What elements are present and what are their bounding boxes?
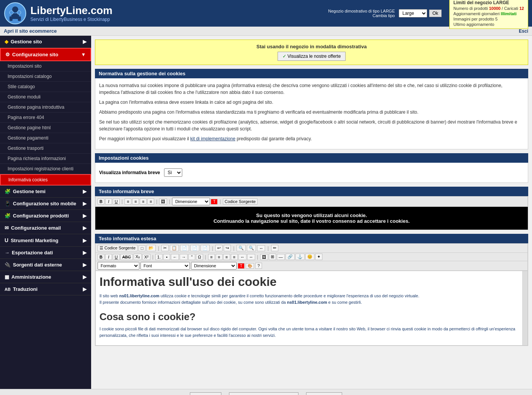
sidebar-item-pagina-errore-404[interactable]: Pagina errore 404 <box>0 113 91 123</box>
scrollbar[interactable] <box>522 271 527 345</box>
sidebar-item-gestione-pagamenti[interactable]: Gestione pagamenti <box>0 133 91 143</box>
list-ol-ext[interactable]: 1. <box>155 254 163 260</box>
sidebar-item-impostazioni-catalogo[interactable]: Impostazioni catalogo <box>0 71 91 82</box>
align-left-btn[interactable]: ≡ <box>125 198 131 205</box>
align-rtl-ext[interactable]: ↔ <box>247 254 255 260</box>
sidebar-item-gestione-moduli[interactable]: Gestione moduli <box>0 92 91 102</box>
tb-paste-word[interactable]: 📄 <box>200 245 210 251</box>
align-right-ext[interactable]: ≡ <box>223 254 230 260</box>
visualizza-informativa-select[interactable]: Sì No <box>164 168 182 177</box>
tb-redo[interactable]: ↪ <box>224 245 231 251</box>
link-ext[interactable]: 🔗 <box>286 254 295 260</box>
tb-paste-text[interactable]: 📄 <box>190 245 199 251</box>
formato-select-ext[interactable]: Formato <box>98 262 139 270</box>
source-btn-breve[interactable]: Codice Sorgente <box>223 198 258 205</box>
subscript-ext[interactable]: X₂ <box>134 254 142 260</box>
sidebar-item-informativa-cookies[interactable]: Informativa cookies <box>0 174 91 186</box>
tb-paste[interactable]: 📄 <box>180 245 189 251</box>
text-color-ext[interactable]: T <box>238 263 245 269</box>
impostazioni-cookies-body: Visualizza informativa breve Sì No <box>95 163 528 183</box>
tb-find[interactable]: 🔍 <box>237 245 246 251</box>
dimensione-select-ext[interactable]: Dimensione <box>191 262 237 270</box>
anchor-ext[interactable]: ⚓ <box>295 254 305 260</box>
ripristina-button[interactable]: Ripristina testi predefiniti <box>229 392 299 395</box>
sidebar-item-gestione-pagina-introduttiva[interactable]: Gestione pagina introduttiva <box>0 102 91 113</box>
sidebar-item-impostazioni-sito[interactable]: Impostazioni sito <box>0 61 91 71</box>
indietro-button[interactable]: Indietro <box>306 392 342 395</box>
sidebar-item-strumenti-marketing[interactable]: U Strumenti Marketing ▶ <box>0 234 91 247</box>
sidebar-item-configurazione-sito-mobile[interactable]: 📱 Configurazione sito mobile ▶ <box>0 198 91 210</box>
cambia-tipo-area: Negozio dimostrativo di tipo LARGECambia… <box>328 9 442 18</box>
char-ext[interactable]: Ω <box>196 254 203 260</box>
editor-toolbar-breve: B I U | ≡ ≡ ≡ ≡ | 🖼 | Dimensione T | Cod… <box>95 196 528 207</box>
sidebar-item-configurazione-prodotti[interactable]: 🧩 Configurazione prodotti ▶ <box>0 210 91 222</box>
exit-link[interactable]: Esci <box>519 29 528 34</box>
kit-link[interactable]: kit di implementazione <box>190 136 235 141</box>
tb-open[interactable]: 📂 <box>147 245 156 251</box>
sidebar-item-sorgenti-dati-esterne[interactable]: 🔌 Sorgenti dati esterne ▶ <box>0 259 91 271</box>
open-site-link[interactable]: Apri il sito ecommerce <box>4 28 57 34</box>
help-ext[interactable]: ? <box>255 263 262 269</box>
sidebar-item-traduzioni[interactable]: AB Traduzioni ▶ <box>0 283 91 295</box>
tb-replace[interactable]: ↔ <box>257 245 265 251</box>
image-btn[interactable]: 🖼 <box>159 198 167 205</box>
ok-button[interactable]: Ok <box>429 10 442 17</box>
bold-ext[interactable]: B <box>98 254 104 260</box>
align-center-ext[interactable]: ≡ <box>216 254 223 260</box>
source-btn-ext[interactable]: ☰ Codice Sorgente <box>98 245 137 251</box>
align-justify-btn[interactable]: ≡ <box>147 198 154 205</box>
emoji-ext[interactable]: 😊 <box>305 254 314 260</box>
list-ul-ext[interactable]: • <box>163 254 170 260</box>
limits-box: Limiti del negozio LARGE Numero di prodo… <box>449 0 528 29</box>
sidebar-item-configurazione-email[interactable]: ✉ Configurazione email ▶ <box>0 222 91 234</box>
hr-ext[interactable]: — <box>277 254 285 260</box>
tb-edit[interactable]: ✏ <box>271 245 278 251</box>
tb-undo[interactable]: ↩ <box>215 245 223 251</box>
sidebar-item-pagina-richiesta[interactable]: Pagina richiesta informazioni <box>0 154 91 164</box>
editor-preview-breve[interactable]: Su questo sito vengono utilizzati alcuni… <box>95 207 528 230</box>
preview-line2: Continuando la navigazione sul sito, dat… <box>101 218 522 224</box>
align-center-btn[interactable]: ≡ <box>132 198 139 205</box>
sidebar-item-esportazione-dati[interactable]: → Esportazione dati ▶ <box>0 247 91 259</box>
tb-copy[interactable]: 📋 <box>170 245 179 251</box>
strikethrough-ext[interactable]: ABC <box>120 254 133 260</box>
bg-color-ext[interactable]: 🎨 <box>246 263 254 269</box>
editor-preview-ext[interactable]: Informativa sull'uso dei cookie Il sito … <box>95 271 528 346</box>
text-color-btn[interactable]: T <box>211 199 218 205</box>
sep1: | <box>122 199 123 204</box>
align-ltr-ext[interactable]: ↔ <box>238 254 246 260</box>
editor-toolbar-ext-row2: B I U ABC X₂ X² | 1. • ← → " Ω | ≡ ≡ ≡ ≡… <box>95 253 528 261</box>
sidebar-item-gestione-temi[interactable]: 🧩 Gestione temi ▶ <box>0 186 91 198</box>
align-justify-ext[interactable]: ≡ <box>231 254 238 260</box>
tb-cut[interactable]: ✂ <box>161 245 169 251</box>
font-select-ext[interactable]: Font <box>140 262 190 270</box>
sidebar-item-impostazioni-registrazione[interactable]: Impostazioni registrazione clienti <box>0 164 91 174</box>
misc-ext[interactable]: ✦ <box>315 254 322 260</box>
sep4: | <box>219 199 221 204</box>
blockquote-ext[interactable]: " <box>188 254 195 260</box>
sidebar-item-configurazione-sito[interactable]: ⚙ Configurazione sito ▼ <box>0 48 91 61</box>
indent-dec-ext[interactable]: ← <box>171 254 179 260</box>
underline-button-breve[interactable]: U <box>113 198 120 205</box>
underline-ext[interactable]: U <box>113 254 120 260</box>
table-ext[interactable]: ⊞ <box>269 254 276 260</box>
sidebar-item-amministrazione[interactable]: ▦ Amministrazione ▶ <box>0 271 91 283</box>
indent-inc-ext[interactable]: → <box>180 254 188 260</box>
align-left-ext[interactable]: ≡ <box>208 254 215 260</box>
sidebar-item-stile-catalogo[interactable]: Stile catalogo <box>0 82 91 92</box>
bold-button-breve[interactable]: B <box>98 198 104 205</box>
italic-ext[interactable]: I <box>105 254 112 260</box>
demo-offers-button[interactable]: Visualizza le nostre offerte <box>278 52 346 61</box>
sidebar-item-gestione-pagine-html[interactable]: Gestione pagine html <box>0 123 91 133</box>
sidebar-item-gestione-sito[interactable]: ◆ Gestione sito ▶ <box>0 36 91 48</box>
superscript-ext[interactable]: X² <box>142 254 150 260</box>
align-right-btn[interactable]: ≡ <box>140 198 147 205</box>
salva-button[interactable]: Salva <box>190 392 221 395</box>
italic-button-breve[interactable]: I <box>105 198 112 205</box>
tb-new[interactable]: □ <box>139 245 145 251</box>
sidebar-item-gestione-trasporti[interactable]: Gestione trasporti <box>0 143 91 154</box>
tipo-select[interactable]: Large Small Medium XLarge <box>399 9 427 17</box>
tb-find2[interactable]: 🔍 <box>247 245 256 251</box>
image-ext[interactable]: 🖼 <box>260 254 268 260</box>
dimensione-select-breve[interactable]: Dimensione <box>172 198 210 205</box>
